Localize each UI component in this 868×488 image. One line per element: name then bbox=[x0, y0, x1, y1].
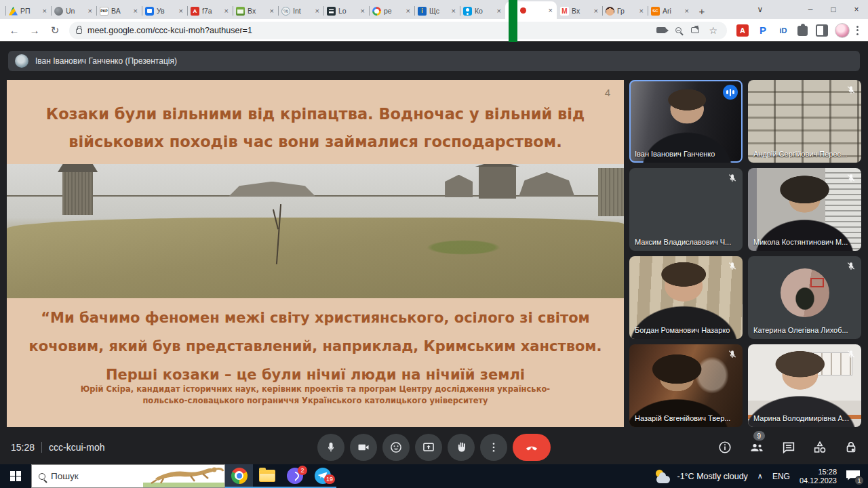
tab-close-icon[interactable]: × bbox=[406, 7, 411, 15]
tab-close-icon[interactable]: × bbox=[593, 7, 599, 15]
tab-close-icon[interactable]: × bbox=[42, 7, 47, 15]
browser-tab[interactable]: ВА × bbox=[96, 3, 142, 19]
tab-close-icon[interactable]: × bbox=[360, 7, 366, 15]
language-indicator[interactable]: ENG bbox=[772, 472, 790, 481]
browser-menu-icon[interactable] bbox=[852, 26, 863, 35]
slide-quote: “Ми бачимо феномен межі світу християнсь… bbox=[7, 304, 624, 389]
weather-cloud-icon bbox=[654, 470, 672, 483]
start-button[interactable] bbox=[0, 464, 31, 488]
participant-tile[interactable]: Микола Костянтинович М... bbox=[748, 168, 861, 251]
browser-tab[interactable]: Int × bbox=[278, 3, 323, 19]
tab-title: Ко bbox=[475, 7, 494, 15]
browser-tab-bar: РП × Un × ВА × Ув × bbox=[0, 0, 868, 19]
tab-title: Un bbox=[66, 7, 85, 15]
taskbar-chrome-button[interactable] bbox=[225, 464, 253, 488]
browser-tab[interactable]: Ко × bbox=[460, 3, 505, 19]
browser-tab[interactable]: Гр × bbox=[602, 3, 648, 19]
tab-title: f7a bbox=[202, 7, 221, 15]
participant-tile[interactable]: Максим Владиславович Ч... bbox=[629, 168, 743, 251]
tab-close-icon[interactable]: × bbox=[548, 6, 553, 14]
browser-tab[interactable]: Щс × bbox=[414, 3, 460, 19]
more-options-button[interactable] bbox=[480, 434, 507, 461]
new-tab-button[interactable]: + bbox=[693, 3, 711, 19]
activities-button[interactable] bbox=[812, 440, 827, 455]
tab-strip: РП × Un × ВА × Ув × bbox=[5, 0, 693, 19]
participant-tile[interactable]: Іван Іванович Ганченко bbox=[629, 80, 743, 163]
participant-tile[interactable]: Назарій Євгенійович Твер... bbox=[629, 344, 743, 427]
tab-favicon-icon bbox=[54, 7, 63, 16]
tab-favicon-icon bbox=[560, 7, 569, 16]
browser-tab[interactable]: Ari × bbox=[648, 3, 693, 19]
host-lock-icon bbox=[844, 440, 859, 455]
tab-close-icon[interactable]: × bbox=[178, 7, 184, 15]
tab-close-icon[interactable]: × bbox=[496, 7, 502, 15]
browser-tab[interactable]: × bbox=[505, 1, 557, 19]
slide-photo-cossack-fortress bbox=[7, 164, 624, 298]
end-call-button[interactable] bbox=[513, 434, 551, 461]
tab-close-icon[interactable]: × bbox=[224, 7, 229, 15]
camera-in-use-icon[interactable] bbox=[656, 27, 666, 33]
weather-widget[interactable]: -1°C Mostly cloudy bbox=[654, 470, 748, 483]
taskbar-search-box[interactable]: Пошук bbox=[31, 464, 225, 488]
participant-tile[interactable]: Андрій Сергійович Перес... bbox=[748, 80, 861, 163]
tab-search-chevron-icon[interactable]: ∨ bbox=[749, 0, 772, 19]
tab-close-icon[interactable]: × bbox=[684, 7, 690, 15]
taskbar-explorer-button[interactable] bbox=[253, 464, 281, 488]
reload-button[interactable]: ↻ bbox=[46, 22, 64, 39]
maximize-button[interactable]: □ bbox=[822, 0, 845, 19]
side-panel-icon[interactable] bbox=[816, 24, 828, 37]
taskbar-telegram-button[interactable]: 19 bbox=[309, 464, 336, 488]
tab-close-icon[interactable]: × bbox=[315, 7, 320, 15]
raise-hand-button[interactable] bbox=[448, 434, 475, 461]
taskbar-clock[interactable]: 15:28 04.12.2023 bbox=[800, 468, 837, 485]
url-text[interactable]: meet.google.com/ccc-kcui-moh?authuser=1 bbox=[87, 26, 651, 35]
divider bbox=[41, 442, 42, 453]
participant-tile[interactable]: Богдан Романович Назарко bbox=[629, 256, 743, 339]
tray-overflow-chevron-icon[interactable]: ∧ bbox=[757, 472, 763, 481]
browser-tab[interactable]: Вх × bbox=[233, 3, 278, 19]
browser-tab[interactable]: Un × bbox=[51, 3, 96, 19]
back-button[interactable]: ← bbox=[5, 22, 23, 39]
tab-close-icon[interactable]: × bbox=[133, 7, 138, 15]
tab-close-icon[interactable]: × bbox=[639, 7, 644, 15]
tab-close-icon[interactable]: × bbox=[451, 7, 456, 15]
browser-tab[interactable]: f7a × bbox=[187, 3, 233, 19]
meeting-details-button[interactable] bbox=[717, 440, 732, 455]
adobe-extension-icon[interactable] bbox=[736, 24, 749, 37]
slide-title: Козаки були вільними від кріпацтва. Водн… bbox=[7, 100, 624, 156]
tab-close-icon[interactable]: × bbox=[269, 7, 275, 15]
mic-muted-icon bbox=[727, 173, 738, 184]
url-omnibox[interactable]: meet.google.com/ccc-kcui-moh?authuser=1 … bbox=[69, 22, 727, 39]
participant-tile[interactable]: Катерина Олегівна Лихоб... bbox=[748, 256, 861, 339]
action-center-button[interactable]: 1 bbox=[846, 470, 860, 483]
browser-tab[interactable]: Lo × bbox=[323, 3, 369, 19]
browser-tab[interactable]: Ув × bbox=[142, 3, 187, 19]
taskbar-viber-button[interactable]: 2 bbox=[281, 464, 309, 488]
close-button[interactable]: × bbox=[845, 0, 868, 19]
presenter-name: Іван Іванович Ганченко (Презентація) bbox=[35, 56, 177, 66]
minimize-button[interactable]: – bbox=[799, 0, 822, 19]
share-icon[interactable] bbox=[691, 27, 699, 33]
zoom-out-icon[interactable] bbox=[675, 27, 682, 33]
microphone-button[interactable] bbox=[317, 434, 344, 461]
camera-icon bbox=[357, 441, 370, 454]
profile-avatar[interactable] bbox=[835, 23, 850, 38]
bookmark-star-icon[interactable]: ☆ bbox=[709, 26, 717, 35]
browser-tab[interactable]: ре × bbox=[369, 3, 414, 19]
participants-button[interactable]: 9 bbox=[749, 439, 765, 455]
participant-tile[interactable]: Марина Володимирівна А... bbox=[748, 344, 861, 427]
reactions-button[interactable] bbox=[382, 434, 410, 461]
chat-button[interactable] bbox=[781, 440, 796, 455]
present-screen-button[interactable] bbox=[415, 434, 442, 461]
browser-tab[interactable]: РП × bbox=[5, 3, 51, 19]
camera-button[interactable] bbox=[350, 434, 377, 461]
id-extension-icon[interactable] bbox=[777, 24, 789, 37]
tab-close-icon[interactable]: × bbox=[87, 7, 93, 15]
extensions-puzzle-icon[interactable] bbox=[797, 26, 808, 36]
forward-button[interactable]: → bbox=[26, 22, 43, 39]
p-extension-icon[interactable] bbox=[757, 24, 769, 37]
host-controls-button[interactable] bbox=[844, 440, 859, 455]
mic-muted-icon bbox=[846, 261, 856, 272]
tab-favicon-icon bbox=[463, 7, 472, 16]
browser-tab[interactable]: Вх × bbox=[557, 3, 602, 19]
